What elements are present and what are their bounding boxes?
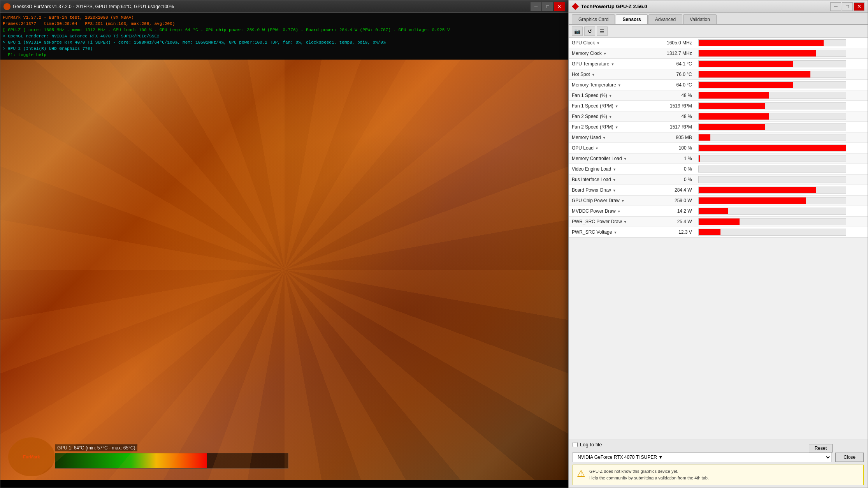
sensor-dropdown-arrow[interactable]: ▼ [603,136,606,140]
sensor-dropdown-arrow[interactable]: ▼ [609,115,612,119]
sensor-bar-outer [698,113,846,120]
sensor-bar-cell [695,59,868,69]
sensor-dropdown-arrow[interactable]: ▼ [603,52,607,56]
tab-graphics-card[interactable]: Graphics Card [572,14,615,24]
sensor-value-cell: 64.0 °C [656,80,695,90]
sensor-value-cell: 12.3 V [656,227,695,238]
close-button[interactable]: Close [835,453,864,462]
sensor-name-label: Memory Temperature [572,82,616,88]
sensor-name-cell: GPU Clock▼ [569,38,656,48]
table-row: Hot Spot▼76.0 °C [569,69,868,80]
tab-validation[interactable]: Validation [683,14,717,24]
sensors-scroll-area[interactable]: GPU Clock▼1605.0 MHzMemory Clock▼1312.7 … [569,38,868,291]
table-row: Memory Temperature▼64.0 °C [569,80,868,90]
table-row: Fan 2 Speed (%)▼48 % [569,111,868,122]
furmark-line-5: > GPU 1 (NVIDIA GeForce RTX 4070 Ti SUPE… [3,39,566,46]
log-to-file-checkbox[interactable] [573,442,578,447]
furmark-line-6: > GPU 2 (Intel(R) UHD Graphics 770) [3,46,566,52]
sensor-name-cell: Fan 1 Speed (RPM)▼ [569,101,656,111]
sensor-bar-inner [699,187,816,193]
sensor-bar-cell [695,38,868,48]
sensor-name-label: Fan 2 Speed (%) [572,114,607,119]
sensor-bar-cell [695,217,868,227]
furmark-info-area: FurMark v1.37.2 - Burn-in test, 1920x108… [0,13,568,60]
sensor-dropdown-arrow[interactable]: ▼ [613,178,616,182]
sensor-dropdown-arrow[interactable]: ▼ [621,199,625,203]
sensor-name-cell: GPU Chip Power Draw▼ [569,196,656,206]
sensor-dropdown-arrow[interactable]: ▼ [596,41,600,45]
sensor-bar-outer [698,71,846,78]
furmark-titlebar: Geeks3D FurMark v1.37.2.0 - 201FPS, GPU1… [0,0,568,13]
gpuz-window: TechPowerUp GPU-Z 2.56.0 ─ □ ✕ Graphics … [568,0,868,488]
sensor-value-cell: 1519 RPM [656,101,695,111]
warning-line-1: GPU-Z does not know this graphics device… [589,468,709,475]
sensor-dropdown-arrow[interactable]: ▼ [613,167,616,171]
furmark-title: Geeks3D FurMark v1.37.2.0 - 201FPS, GPU1… [13,4,531,9]
sensor-dropdown-arrow[interactable]: ▼ [624,157,627,161]
table-row: Fan 1 Speed (RPM)▼1519 RPM [569,101,868,111]
sensor-bar-cell [695,227,868,238]
sensor-bar-cell [695,153,868,164]
gpuz-bottom-area: Log to file Reset NVIDIA GeForce RTX 407… [569,439,868,488]
sensor-value-cell: 284.4 W [656,185,695,196]
furmark-minimize-button[interactable]: ─ [531,2,541,11]
sensor-bar-cell [695,69,868,80]
gpuz-maximize-button[interactable]: □ [842,2,853,11]
sensor-dropdown-arrow[interactable]: ▼ [624,220,627,224]
sensor-name-label: Hot Spot [572,72,590,77]
tab-sensors[interactable]: Sensors [616,14,647,24]
sensor-bar-outer [698,229,846,236]
sensor-dropdown-arrow[interactable]: ▼ [615,104,618,108]
furmark-line-2: Frames:241377 - time:00:20:04 - FPS:201 … [3,21,566,27]
sensor-bar-cell [695,90,868,101]
sensor-name-label: GPU Chip Power Draw [572,198,620,203]
sensor-name-label: Board Power Draw [572,187,611,193]
sensor-name-cell: PWR_SRC Power Draw▼ [569,217,656,227]
menu-icon[interactable]: ☰ [597,26,608,36]
sensor-dropdown-arrow[interactable]: ▼ [609,94,612,98]
sensor-name-cell: Memory Controller Load▼ [569,153,656,164]
sensor-dropdown-arrow[interactable]: ▼ [613,189,616,192]
sensor-bar-outer [698,102,846,109]
furmark-maximize-button[interactable]: □ [542,2,553,11]
sensor-dropdown-arrow[interactable]: ▼ [613,231,617,234]
sensor-dropdown-arrow[interactable]: ▼ [618,83,621,87]
table-row: GPU Load▼100 % [569,143,868,153]
sensor-bar-inner [699,40,824,46]
refresh-icon[interactable]: ↺ [584,26,595,36]
gpuz-minimize-button[interactable]: ─ [830,2,841,11]
reset-button[interactable]: Reset [809,444,833,453]
sensor-value-cell: 1 % [656,153,695,164]
sensor-bar-inner [699,197,806,204]
gpu-select-row: NVIDIA GeForce RTX 4070 Ti SUPER ▼ Close [573,452,864,462]
sensor-bar-outer [698,166,846,173]
table-row: Fan 2 Speed (RPM)▼1517 RPM [569,122,868,132]
sensor-bar-outer [698,218,846,225]
gpu-select-dropdown[interactable]: NVIDIA GeForce RTX 4070 Ti SUPER ▼ [573,452,831,462]
sensor-bar-cell [695,101,868,111]
sensor-dropdown-arrow[interactable]: ▼ [615,125,618,129]
warning-icon: ⚠ [577,468,585,479]
sensor-name-label: Memory Controller Load [572,156,622,161]
sensor-value-cell: 1312.7 MHz [656,48,695,59]
sensor-dropdown-arrow[interactable]: ▼ [595,146,599,150]
gpuz-close-button[interactable]: ✕ [854,2,864,11]
camera-icon[interactable]: 📷 [572,26,583,36]
sensor-dropdown-arrow[interactable]: ▼ [617,210,621,213]
sensor-bar-cell [695,132,868,143]
table-row: Fan 1 Speed (%)▼48 % [569,90,868,101]
sensor-dropdown-arrow[interactable]: ▼ [592,73,595,77]
furmark-close-button[interactable]: ✕ [554,2,565,11]
sensor-name-label: Fan 2 Speed (RPM) [572,124,613,130]
furmark-line-1: FurMark v1.37.2 - Burn-in test, 1920x108… [3,14,566,21]
sensor-bar-outer [698,92,846,99]
gpuz-icon [572,3,579,10]
sensor-name-label: GPU Load [572,145,594,151]
sensor-bar-cell [695,122,868,132]
sensor-name-cell: Video Engine Load▼ [569,164,656,174]
sensor-bar-inner [699,208,728,214]
tab-advanced[interactable]: Advanced [648,14,682,24]
table-row: GPU Clock▼1605.0 MHz [569,38,868,48]
sensor-dropdown-arrow[interactable]: ▼ [611,62,615,66]
sensor-bar-inner [699,145,846,151]
